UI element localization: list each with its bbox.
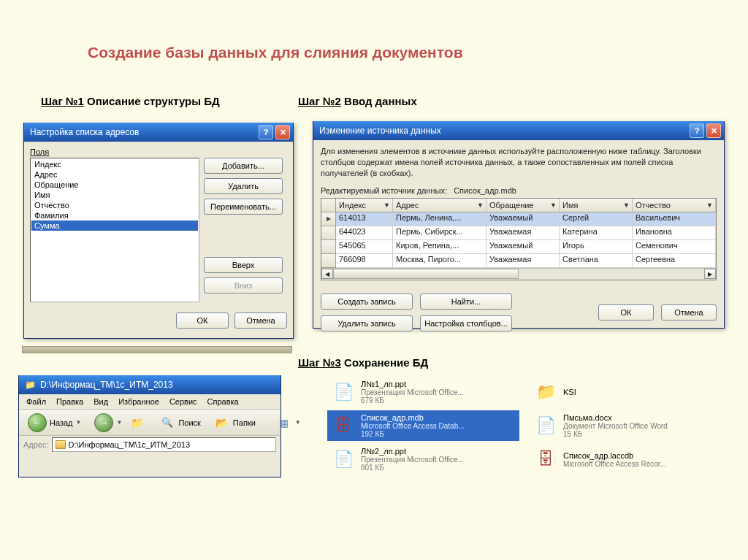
table-cell[interactable]: Уважаемая <box>486 226 560 240</box>
menu-item[interactable]: Сервис <box>165 396 202 407</box>
close-icon[interactable]: ✕ <box>706 123 721 138</box>
chevron-down-icon[interactable]: ▼ <box>383 202 390 209</box>
close-icon[interactable]: ✕ <box>275 125 290 139</box>
table-cell[interactable]: Москва, Пирого... <box>393 254 486 268</box>
table-cell[interactable]: 766098 <box>336 254 393 268</box>
table-cell[interactable]: Светлана <box>560 254 633 268</box>
step2-label: Шаг №2 <box>298 95 341 107</box>
column-header[interactable]: Индекс▼ <box>336 199 393 212</box>
table-cell[interactable]: 545065 <box>336 240 393 254</box>
chevron-down-icon[interactable]: ▼ <box>295 419 301 426</box>
column-header[interactable]: Отчество▼ <box>633 199 716 212</box>
row-handle[interactable] <box>321 212 336 226</box>
search-button[interactable]: 🔍 Поиск <box>155 412 205 434</box>
columns-setup-button[interactable]: Настройка столбцов... <box>420 315 512 331</box>
menu-item[interactable]: Избранное <box>114 396 164 407</box>
address-input[interactable]: D:\Информац_ТМ\1с_ИТМ_2013 <box>52 437 276 452</box>
table-cell[interactable]: 644023 <box>336 226 393 240</box>
cancel-button[interactable]: Отмена <box>661 304 717 321</box>
row-handle[interactable] <box>321 226 336 240</box>
dialog2-description: Для изменения элементов в источнике данн… <box>321 146 717 179</box>
cancel-button[interactable]: Отмена <box>234 312 287 329</box>
help-icon[interactable]: ? <box>690 123 704 138</box>
file-item[interactable]: 📄Л№2_лп.pptПрезентация Microsoft Office.… <box>327 444 519 475</box>
horizontal-scrollbar[interactable]: ◀ ▶ <box>321 268 716 280</box>
table-cell[interactable]: Игорь <box>560 240 633 254</box>
table-row[interactable]: 545065Киров, Репина,...УважаемыйИгорьСем… <box>321 240 716 254</box>
table-cell[interactable]: Пермь, Сибирск... <box>393 226 486 240</box>
table-cell[interactable]: Ивановна <box>633 226 716 240</box>
delete-record-button[interactable]: Удалить запись <box>321 315 413 331</box>
fields-label: Поля <box>30 147 287 156</box>
menu-item[interactable]: Вид <box>89 396 112 407</box>
ppt-icon: 📄 <box>332 448 355 471</box>
column-header[interactable]: Адрес▼ <box>393 199 486 212</box>
explorer-titlebar[interactable]: 📁 D:\Информац_ТМ\1с_ИТМ_2013 <box>19 375 280 394</box>
table-cell[interactable]: Киров, Репина,... <box>393 240 486 254</box>
chevron-down-icon[interactable]: ▼ <box>477 202 484 209</box>
chevron-down-icon[interactable]: ▼ <box>706 202 713 209</box>
table-cell[interactable]: Уважаемая <box>486 254 560 268</box>
views-button[interactable]: ▦ ▼ <box>272 412 305 434</box>
file-item[interactable]: 📄Пмсьма.docxДокумент Microsoft Office Wo… <box>530 410 722 441</box>
table-cell[interactable]: Сергей <box>560 212 633 226</box>
column-header[interactable]: Обращение▼ <box>486 199 560 212</box>
table-cell[interactable]: Катерина <box>560 226 633 240</box>
find-button[interactable]: Найти... <box>420 294 512 310</box>
table-cell[interactable]: Уважаемый <box>486 240 560 254</box>
create-record-button[interactable]: Создать запись <box>321 294 413 310</box>
step3-label: Шаг №3 <box>298 356 341 369</box>
menu-item[interactable]: Справка <box>203 396 243 407</box>
divider-bar <box>22 346 292 353</box>
menu-item[interactable]: Правка <box>52 396 88 407</box>
table-cell[interactable]: Семенович <box>633 240 716 254</box>
help-icon[interactable]: ? <box>259 125 273 139</box>
file-item[interactable]: 📄Л№1_лп.pptПрезентация Microsoft Office.… <box>327 377 519 407</box>
folders-button[interactable]: 📂 Папки <box>210 412 260 434</box>
file-item[interactable]: 🗄Список_адр.mdbMicrosoft Office Access D… <box>327 410 519 441</box>
delete-button[interactable]: Удалить <box>204 178 283 194</box>
table-cell[interactable]: Сергеевна <box>633 254 716 268</box>
scroll-right-icon[interactable]: ▶ <box>704 269 716 279</box>
list-item[interactable]: Фамилия <box>31 210 198 220</box>
file-item[interactable]: 🗄Список_адр.laccdbMicrosoft Office Acces… <box>530 444 722 475</box>
list-item[interactable]: Обращение <box>31 180 198 190</box>
chevron-down-icon[interactable]: ▼ <box>76 419 82 426</box>
explorer-menubar[interactable]: ФайлПравкаВидИзбранноеСервисСправка <box>19 394 280 410</box>
list-item[interactable]: Отчество <box>31 200 198 210</box>
row-handle[interactable] <box>321 240 336 254</box>
table-cell[interactable]: Пермь, Ленина,... <box>393 212 486 226</box>
table-row[interactable]: 644023Пермь, Сибирск...УважаемаяКатерина… <box>321 226 716 240</box>
data-grid[interactable]: Индекс▼Адрес▼Обращение▼Имя▼Отчество▼ 614… <box>321 198 717 280</box>
list-item[interactable]: Адрес <box>31 169 198 180</box>
dialog1-titlebar[interactable]: Настройка списка адресов ? ✕ <box>24 123 293 142</box>
list-item[interactable]: Индекс <box>31 159 198 169</box>
rename-button[interactable]: Переименовать... <box>204 199 283 215</box>
list-item[interactable]: Сумма <box>31 220 198 231</box>
table-cell[interactable]: 614013 <box>336 212 393 226</box>
add-button[interactable]: Добавить... <box>204 158 283 174</box>
table-row[interactable]: 614013Пермь, Ленина,...УважаемыйСергейВа… <box>321 212 716 226</box>
ok-button[interactable]: ОК <box>598 304 654 321</box>
list-item[interactable]: Имя <box>31 190 198 200</box>
back-button[interactable]: ← Назад ▼ <box>23 410 85 435</box>
move-up-button[interactable]: Вверх <box>204 257 283 273</box>
menu-item[interactable]: Файл <box>22 396 50 407</box>
scroll-left-icon[interactable]: ◀ <box>321 269 333 279</box>
dialog2-titlebar[interactable]: Изменение источника данных ? ✕ <box>313 121 724 140</box>
up-folder-icon[interactable]: 📁 <box>131 415 143 431</box>
table-row[interactable]: 766098Москва, Пирого...УважаемаяСветлана… <box>321 254 716 268</box>
forward-button[interactable]: → ▼ <box>90 410 126 435</box>
chevron-down-icon[interactable]: ▼ <box>623 202 630 209</box>
chevron-down-icon[interactable]: ▼ <box>550 202 557 209</box>
column-header[interactable]: Имя▼ <box>560 199 633 212</box>
address-bar: Адрес: D:\Информац_ТМ\1с_ИТМ_2013 <box>19 436 280 453</box>
ok-button[interactable]: ОК <box>176 312 229 329</box>
table-cell[interactable]: Васильевич <box>633 212 716 226</box>
row-handle[interactable] <box>321 254 336 268</box>
table-cell[interactable]: Уважаемый <box>486 212 560 226</box>
fields-listbox[interactable]: ИндексАдресОбращениеИмяОтчествоФамилияСу… <box>30 158 199 302</box>
move-down-button[interactable]: Вниз <box>204 277 283 294</box>
file-item[interactable]: 📁KSI <box>530 377 722 407</box>
chevron-down-icon[interactable]: ▼ <box>116 419 122 426</box>
